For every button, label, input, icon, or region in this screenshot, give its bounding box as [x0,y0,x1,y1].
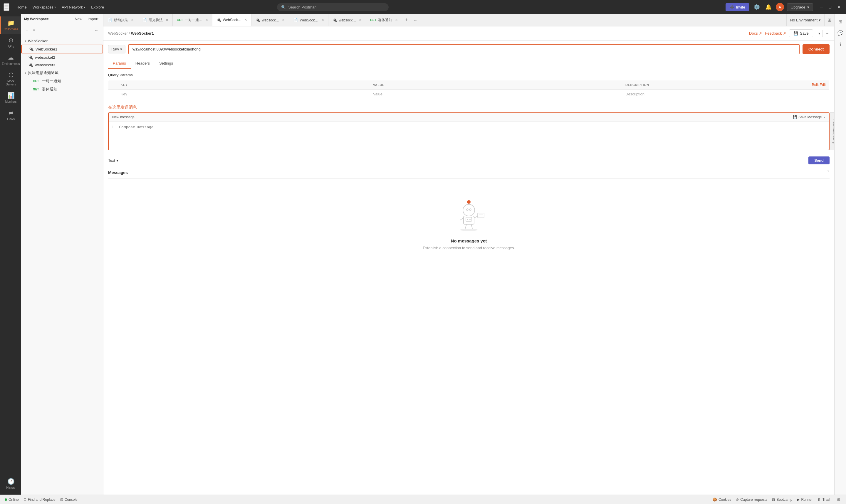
runner-icon: ▶ [797,498,799,502]
status-trash[interactable]: 🗑 Trash [817,497,831,503]
messages-collapse-button[interactable]: ˅ [827,170,830,175]
right-sidebar-info-icon[interactable]: ℹ [837,39,844,50]
tab-5-close[interactable]: ✕ [282,18,285,22]
right-sidebar-layout-icon[interactable]: ⊞ [836,16,845,27]
status-cookies[interactable]: 🍪 Cookies [712,497,731,503]
save-button[interactable]: 💾 Save [789,29,813,37]
new-message-label: New message [112,115,135,119]
maximize-button[interactable]: □ [827,4,833,10]
bulk-edit-button[interactable]: Bulk Edit [812,83,826,87]
more-options-button[interactable]: ··· [826,31,830,36]
status-runner[interactable]: ▶ Runner [797,497,812,503]
tab-1-close[interactable]: ✕ [131,18,134,22]
tab-1[interactable]: 📄 移动执法 ✕ [103,14,138,26]
search-bar[interactable]: 🔍 Search Postman [277,3,389,11]
new-message-collapse-button[interactable]: ‹ [824,115,825,120]
search-icon: 🔍 [281,5,286,10]
tree-item-websocket1[interactable]: 🔌 WebSocker1 [21,44,103,53]
sidebar-item-collections[interactable]: 📁 Collections [0,16,21,34]
send-button[interactable]: Send [808,157,830,164]
docs-link[interactable]: Docs ↗ [749,31,762,36]
new-button[interactable]: New [73,16,84,22]
environment-selector[interactable]: No Environment ▾ [786,14,824,26]
params-row-desc[interactable]: Description [622,90,806,99]
tree-item-websocket2[interactable]: 🔌 websocket2 [21,53,103,61]
save-dropdown-button[interactable]: ▾ [816,30,823,37]
menu-icon[interactable]: ☰ [3,3,10,11]
sidebar-item-apis[interactable]: ⊙ APIs [0,34,21,51]
header-actions: Docs ↗ Feedback ↗ 💾 Save ▾ ··· [749,29,830,37]
breadcrumb: WebSocker / WebSocker1 [108,31,154,36]
tree-item-group-notify[interactable]: GET 群体通知 [21,85,103,93]
sidebar-item-flows[interactable]: ⇌ Flows [0,106,21,124]
sidebar-item-history[interactable]: 🕐 History [0,475,21,492]
nav-api-network[interactable]: API Network ▾ [59,4,88,11]
tab-6[interactable]: 📄 WebSock… ✕ [289,14,328,26]
nav-home[interactable]: Home [14,4,29,11]
tree-item-one-to-one[interactable]: GET 一对一通知 [21,77,103,85]
cookies-icon: 🍪 [712,498,717,502]
invite-button[interactable]: ➕ Invite [726,3,750,11]
tab-2-close[interactable]: ✕ [166,18,168,22]
tab-settings[interactable]: Settings [155,58,178,69]
add-collection-button[interactable]: + [25,27,29,33]
feedback-link[interactable]: Feedback ↗ [765,31,786,36]
import-button[interactable]: Import [86,16,100,22]
sidebar-item-mock-servers[interactable]: ⬡ Mock Servers [0,68,21,89]
panel-header: + ≡ ··· [21,24,103,36]
status-online[interactable]: Online [5,498,19,502]
flows-icon: ⇌ [8,109,14,116]
avatar[interactable]: A [776,3,784,11]
status-expand-icon[interactable]: ⊞ [836,497,841,503]
filter-button[interactable]: ≡ [32,27,36,33]
url-input[interactable] [129,44,799,54]
tab-2-icon: 📄 [142,18,147,22]
sidebar-item-monitors[interactable]: 📊 Monitors [0,89,21,106]
tab-7-close[interactable]: ✕ [359,18,362,22]
right-sidebar-chat-icon[interactable]: 💬 [835,28,846,38]
connect-button[interactable]: Connect [803,44,830,54]
params-empty-row: Key Value Description [108,90,830,99]
text-type-selector[interactable]: Text ▾ [108,158,118,163]
settings-icon[interactable]: ⚙️ [752,3,761,12]
notifications-icon[interactable]: 🔔 [764,3,773,12]
tree-group-enforcement[interactable]: ▾ 执法消息通知测试 [21,69,103,77]
tab-3[interactable]: GET 一对一通… ✕ [173,14,212,26]
tab-8[interactable]: GET 群体通知 ✕ [366,14,402,26]
tab-2[interactable]: 📄 阳光执法 ✕ [138,14,173,26]
tab-4-active[interactable]: 🔌 WebSock… ✕ [212,14,251,26]
status-capture[interactable]: ⊙ Capture requests [736,497,767,503]
tab-params[interactable]: Params [108,58,131,69]
tab-4-close[interactable]: ✕ [244,18,247,22]
tab-7[interactable]: 🔌 websock… ✕ [329,14,366,26]
minimize-button[interactable]: ─ [818,4,825,10]
panel-more-button[interactable]: ··· [94,27,100,33]
status-bootcamp[interactable]: ⊡ Bootcamp [772,497,792,503]
tab-5[interactable]: 🔌 websock… ✕ [251,14,289,26]
close-button[interactable]: ✕ [835,4,843,10]
sidebar-item-environments[interactable]: ☁ Environments [0,51,21,68]
upgrade-button[interactable]: Upgrade ▾ [787,3,813,11]
add-tab-button[interactable]: + [402,17,411,23]
raw-selector[interactable]: Raw ▾ [108,45,125,53]
side-panel-toggle[interactable]: ⊞ [824,14,834,26]
save-message-button[interactable]: 💾 Save Message [793,115,822,119]
status-console[interactable]: ⊡ Console [60,498,77,502]
params-row-value[interactable]: Value [370,90,622,99]
status-find-replace[interactable]: ⊡ Find and Replace [23,498,55,502]
params-row-actions [806,90,830,99]
nav-explore[interactable]: Explore [89,4,106,11]
tab-6-close[interactable]: ✕ [321,18,324,22]
col-actions-header: Bulk Edit [806,80,830,90]
tree-item-websocket3[interactable]: 🔌 websocket3 [21,61,103,69]
tree-group-websocket[interactable]: ▾ WebSocker [21,37,103,44]
params-row-key[interactable]: Key [117,90,370,99]
tab-3-close[interactable]: ✕ [205,18,208,22]
nav-workspaces[interactable]: Workspaces ▾ [30,4,58,11]
tab-more-button[interactable]: ··· [411,18,420,23]
tab-8-close[interactable]: ✕ [395,18,398,22]
tab-headers[interactable]: Headers [131,58,155,69]
message-textarea[interactable] [117,124,829,147]
saved-messages-tab[interactable]: Saved messages [830,112,834,150]
query-params-title: Query Params [108,73,830,77]
